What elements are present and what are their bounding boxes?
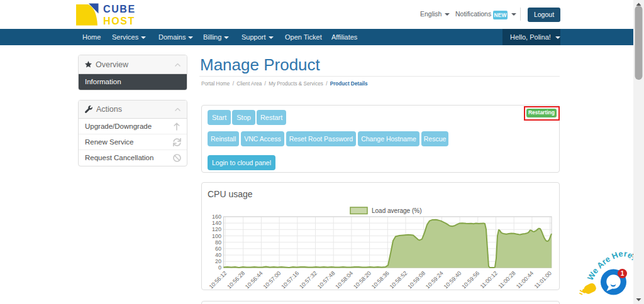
svg-text:10:59:24: 10:59:24 — [425, 270, 445, 290]
svg-text:10:57:48: 10:57:48 — [316, 270, 336, 290]
svg-text:10:58:36: 10:58:36 — [370, 270, 391, 290]
svg-text:11:00:12: 11:00:12 — [479, 270, 499, 290]
svg-text:10:56:12: 10:56:12 — [208, 270, 228, 290]
svg-text:60: 60 — [215, 246, 221, 252]
svg-text:10:58:04: 10:58:04 — [334, 270, 354, 290]
svg-text:160: 160 — [212, 214, 221, 220]
svg-text:HOST: HOST — [103, 16, 135, 26]
svg-text:11:00:28: 11:00:28 — [497, 270, 516, 290]
svg-text:10:58:20: 10:58:20 — [352, 270, 372, 290]
svg-text:10:56:28: 10:56:28 — [226, 270, 246, 290]
svg-text:10:57:32: 10:57:32 — [298, 270, 318, 290]
svg-text:11:00:44: 11:00:44 — [515, 270, 535, 290]
svg-text:0: 0 — [218, 264, 221, 271]
svg-text:10:57:00: 10:57:00 — [262, 270, 282, 290]
svg-text:10:59:40: 10:59:40 — [443, 270, 463, 290]
svg-text:10:57:16: 10:57:16 — [280, 270, 300, 290]
svg-text:CUBE: CUBE — [103, 4, 136, 14]
svg-text:1: 1 — [621, 270, 625, 277]
svg-text:10:59:08: 10:59:08 — [406, 270, 426, 290]
svg-text:11:01:00: 11:01:00 — [533, 270, 553, 290]
svg-text:120: 120 — [212, 226, 221, 232]
svg-text:10:58:52: 10:58:52 — [389, 270, 409, 290]
svg-text:Load average (%): Load average (%) — [372, 207, 422, 214]
svg-text:100: 100 — [212, 233, 221, 239]
svg-text:10:56:44: 10:56:44 — [244, 270, 264, 290]
svg-text:40: 40 — [215, 252, 221, 258]
svg-text:20: 20 — [215, 258, 221, 264]
svg-text:80: 80 — [215, 239, 221, 246]
svg-text:140: 140 — [212, 220, 221, 226]
svg-text:10:59:56: 10:59:56 — [460, 270, 480, 290]
